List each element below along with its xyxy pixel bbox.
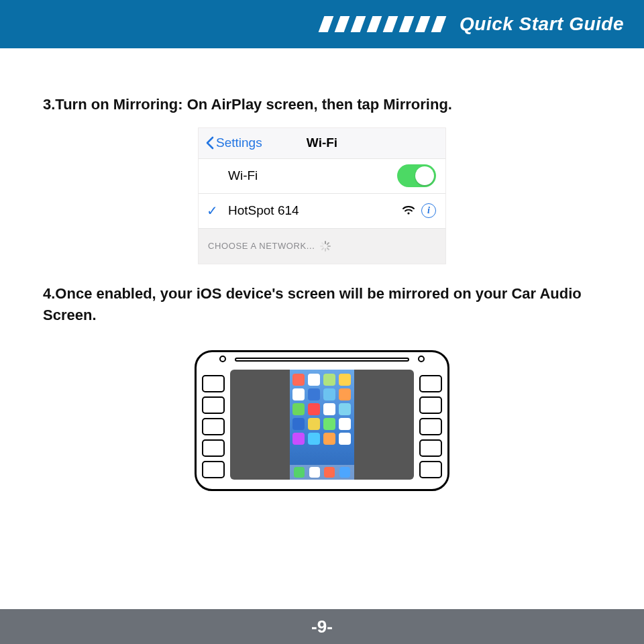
header-title: Quick Start Guide [460,13,624,35]
wifi-toggle-row: Wi-Fi [199,159,445,194]
wifi-signal-icon [402,206,415,215]
step-3-text: 3.Turn on Mirroring: On AirPlay screen, … [43,94,601,115]
disc-slot-icon [235,358,409,362]
nav-title: Wi-Fi [307,136,337,150]
page-content: 3.Turn on Mirroring: On AirPlay screen, … [0,48,644,491]
mirrored-phone-screen [290,370,354,480]
car-screen [230,370,414,480]
car-audio-illustration [188,350,456,491]
left-hardware-buttons [202,375,225,478]
info-icon[interactable]: i [421,203,436,218]
chevron-left-icon [205,136,215,150]
checkmark-icon: ✓ [207,203,218,219]
header-stripes-icon [321,16,450,32]
right-hardware-buttons [419,375,442,478]
back-button[interactable]: Settings [205,136,262,150]
back-label: Settings [216,136,262,150]
loading-spinner-icon [320,241,331,252]
svg-point-0 [407,213,409,215]
page-footer: -9- [0,609,644,644]
ios-navbar: Settings Wi-Fi [199,128,445,159]
connected-network-row[interactable]: ✓ HotSpot 614 i [199,194,445,229]
indicator-dot-icon [418,356,425,362]
page-header: Quick Start Guide [0,0,644,48]
choose-network-row: CHOOSE A NETWORK... [199,229,445,264]
network-name: HotSpot 614 [228,203,299,218]
choose-network-label: CHOOSE A NETWORK... [208,241,315,251]
step-4-text: 4.Once enabled, your iOS device's screen… [43,283,601,326]
indicator-dot-icon [219,356,226,362]
ios-wifi-settings-panel: Settings Wi-Fi Wi-Fi ✓ HotSpot 614 i CHO… [198,127,446,264]
page-number: -9- [311,616,333,637]
wifi-toggle[interactable] [397,164,436,187]
wifi-row-label: Wi-Fi [228,168,258,183]
